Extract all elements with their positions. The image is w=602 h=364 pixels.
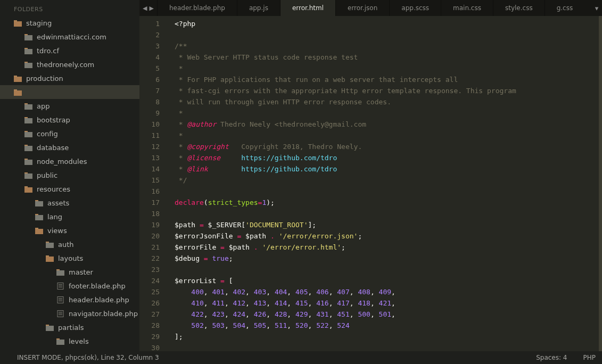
tree-label: lang [47, 213, 62, 221]
file-item[interactable]: navigator.blade.php [0, 307, 139, 320]
svg-rect-17 [24, 132, 32, 137]
svg-rect-23 [24, 173, 32, 179]
status-bar: INSERT MODE, phpcs(ok), Line 32, Column … [0, 351, 602, 364]
status-left: INSERT MODE, phpcs(ok), Line 32, Column … [17, 354, 159, 361]
folder-item[interactable]: staging [0, 16, 139, 30]
tab[interactable]: main.css [441, 0, 493, 16]
tree-label: config [37, 130, 58, 138]
svg-rect-15 [24, 118, 32, 123]
svg-rect-33 [46, 243, 54, 248]
folder-item[interactable]: partials [0, 320, 139, 334]
tree-label: public [37, 171, 57, 179]
tree-label: resources [37, 185, 70, 193]
tree-label: tdro.cf [37, 47, 59, 55]
folder-item[interactable]: config [0, 127, 139, 140]
folder-item[interactable]: production [0, 71, 139, 85]
status-syntax[interactable]: PHP [583, 354, 596, 361]
tab[interactable]: app.js [237, 0, 280, 16]
scrollbar[interactable] [599, 16, 602, 351]
svg-rect-53 [56, 340, 64, 345]
tree-label: node_modules [37, 158, 87, 166]
folder-item[interactable]: tdro.cf [0, 44, 139, 57]
folder-item[interactable]: views [0, 224, 139, 237]
tab[interactable]: g.css [545, 0, 585, 16]
folder-item[interactable]: auth [0, 237, 139, 251]
folder-item[interactable]: master [0, 265, 139, 279]
svg-rect-3 [24, 35, 32, 40]
tree-label: views [47, 227, 67, 235]
tab-menu-icon[interactable]: ▾ [591, 0, 602, 16]
svg-rect-1 [14, 21, 22, 27]
folder-item[interactable] [0, 85, 139, 99]
code-area[interactable]: <?php /** * Web Server HTTP status code … [165, 16, 602, 351]
svg-rect-19 [24, 146, 32, 151]
tree-label: bootstrap [37, 116, 70, 124]
tree-label: database [37, 144, 69, 152]
line-gutter: 1234567891011121314151617181920212223242… [139, 16, 165, 351]
folder-item[interactable]: layouts [0, 251, 139, 265]
svg-rect-35 [46, 257, 54, 262]
folder-item[interactable]: levels [0, 334, 139, 348]
folder-item[interactable]: resources [0, 182, 139, 196]
svg-rect-27 [35, 201, 43, 206]
folder-item[interactable]: public [0, 168, 139, 182]
tree-label: production [26, 75, 63, 82]
tab[interactable]: error.json [335, 0, 389, 16]
folder-item[interactable]: app [0, 99, 139, 113]
tree-label: thedroneely.com [37, 61, 94, 69]
tab-bar: ◀ ▶ header.blade.phpapp.jserror.htmlerro… [139, 0, 602, 16]
svg-rect-51 [46, 326, 54, 331]
svg-rect-25 [24, 187, 32, 193]
editor[interactable]: 1234567891011121314151617181920212223242… [139, 16, 602, 351]
tree-label: staging [26, 19, 52, 27]
file-item[interactable]: header.blade.php [0, 293, 139, 307]
tab-scroll-right-icon[interactable]: ▶ [149, 5, 153, 12]
svg-rect-9 [14, 77, 22, 82]
folder-item[interactable]: edwinmattiacci.com [0, 30, 139, 44]
tab-scroll-left-icon[interactable]: ◀ [143, 5, 147, 12]
tree-label: app [37, 102, 50, 110]
svg-rect-11 [14, 90, 22, 96]
svg-rect-37 [56, 270, 64, 276]
tab[interactable]: error.html [280, 0, 335, 16]
folder-item[interactable]: database [0, 140, 139, 154]
folder-item[interactable]: bootstrap [0, 113, 139, 127]
file-item[interactable]: footer.blade.php [0, 279, 139, 293]
folder-item[interactable]: lang [0, 210, 139, 224]
svg-rect-5 [24, 49, 32, 54]
svg-rect-7 [24, 63, 32, 68]
svg-rect-21 [24, 160, 32, 165]
tree-label: assets [47, 199, 69, 207]
tab[interactable]: style.css [493, 0, 545, 16]
tree-label: master [69, 268, 93, 276]
status-spaces[interactable]: Spaces: 4 [536, 354, 567, 361]
tree-label: footer.blade.php [69, 282, 126, 290]
sidebar-heading: FOLDERS [0, 3, 139, 16]
folder-item[interactable]: node_modules [0, 154, 139, 168]
tree-label: header.blade.php [69, 296, 129, 304]
tree-label: auth [58, 241, 74, 249]
svg-rect-13 [24, 104, 32, 110]
folder-item[interactable]: thedroneely.com [0, 57, 139, 71]
svg-rect-31 [35, 229, 43, 234]
tree-label: edwinmattiacci.com [37, 33, 106, 41]
sidebar[interactable]: FOLDERS staging edwinmattiacci.com tdro.… [0, 0, 139, 351]
tree-label: navigator.blade.php [69, 310, 138, 318]
tab[interactable]: app.scss [389, 0, 441, 16]
tab[interactable]: header.blade.php [157, 0, 237, 16]
tree-label: layouts [58, 254, 83, 262]
tree-label: levels [69, 337, 89, 345]
folder-item[interactable]: assets [0, 196, 139, 210]
svg-rect-29 [35, 215, 43, 220]
tree-label: partials [58, 324, 84, 332]
